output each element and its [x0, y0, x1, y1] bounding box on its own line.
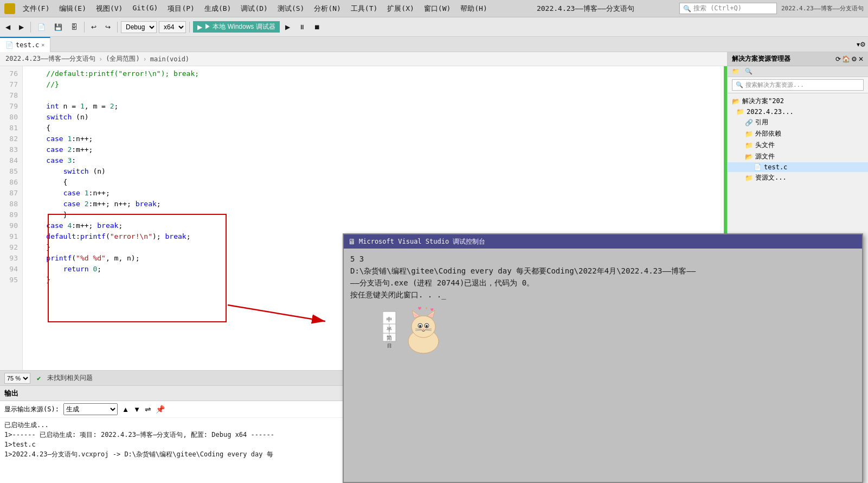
svg-point-13	[412, 316, 435, 338]
tree-resources[interactable]: 📁 资源文...	[728, 172, 868, 183]
console-window: 🖥 Microsoft Visual Studio 调试控制台 5 3 D:\杂…	[343, 233, 863, 483]
tab-test-c[interactable]: 📄 test.c ✕	[0, 37, 50, 52]
output-down-btn[interactable]: ▼	[133, 405, 140, 414]
code-line-83: case 2:m++;	[29, 144, 724, 155]
solution-toolbar-btn2[interactable]: 🔍	[743, 67, 755, 75]
output-pin-btn[interactable]: 📌	[156, 405, 165, 414]
tree-project[interactable]: 📁 2022.4.23...	[728, 107, 868, 117]
menu-tools[interactable]: 工具(T)	[346, 3, 382, 15]
run-btn[interactable]: ▶ ▶ 本地 Windows 调试器	[193, 21, 280, 33]
sources-icon: 📂	[745, 153, 753, 161]
resources-icon: 📁	[745, 174, 753, 182]
code-line-80: switch (n)	[29, 112, 724, 123]
redo-btn[interactable]: ↪	[102, 22, 114, 32]
back-btn[interactable]: ◀	[2, 22, 14, 32]
svg-marker-0	[6, 5, 11, 12]
panel-close-btn[interactable]: ✕	[858, 55, 864, 63]
debug-run-btn[interactable]: ▶	[282, 22, 293, 32]
tree-sources[interactable]: 📂 源文件	[728, 151, 868, 162]
output-title: 输出	[4, 389, 18, 398]
datetime: 2022.4.23——博客——分支语句	[781, 4, 864, 12]
code-line-76: //default:printf("error!\n"); break;	[29, 68, 724, 79]
console-output-line4: 按任意键关闭此窗口. . ._	[350, 289, 856, 301]
zoom-select[interactable]: 75 %	[4, 373, 30, 384]
menu-edit[interactable]: 编辑(E)	[55, 3, 90, 15]
menu-window[interactable]: 窗口(W)	[420, 3, 455, 15]
save-btn[interactable]: 💾	[51, 22, 66, 32]
solution-explorer-header: 解决方案资源管理器 ⟳ 🏠 ⚙ ✕	[728, 52, 868, 66]
console-icon: 🖥	[348, 237, 356, 246]
svg-text:♥: ♥	[430, 307, 434, 313]
search-icon: 🔍	[683, 5, 691, 12]
output-up-btn[interactable]: ▲	[122, 405, 129, 414]
code-line-88: case 2:m++; n++; break;	[29, 199, 724, 209]
search-bar[interactable]: 🔍 搜索 (Ctrl+Q)	[679, 3, 777, 14]
menu-project[interactable]: 项目(P)	[163, 3, 198, 15]
svg-rect-1	[11, 5, 14, 12]
headers-icon: 📁	[745, 142, 753, 149]
code-line-90: case 4:m++; break;	[29, 220, 724, 231]
tab-settings-btn[interactable]: ⚙	[860, 41, 866, 48]
menu-extensions[interactable]: 扩展(X)	[383, 3, 418, 15]
tree-external-deps[interactable]: 📁 外部依赖	[728, 128, 868, 139]
tab-close-btn[interactable]: ✕	[41, 42, 44, 48]
menu-file[interactable]: 文件(F)	[18, 3, 54, 15]
svg-text:✦: ✦	[425, 306, 428, 310]
svg-text:中: 中	[387, 316, 392, 322]
vs-logo	[4, 3, 15, 14]
tree-references[interactable]: 🔗 引用	[728, 117, 868, 128]
code-line-84: case 3:	[29, 155, 724, 166]
tree-solution[interactable]: 📂 解决方案"202	[728, 96, 868, 107]
panel-home-btn[interactable]: 🏠	[842, 55, 850, 63]
code-line-77: //}	[29, 79, 724, 90]
tree-testc[interactable]: 📄 test.c	[728, 162, 868, 172]
forward-btn[interactable]: ▶	[16, 22, 27, 32]
menu-analyze[interactable]: 分析(N)	[310, 3, 345, 15]
debug-config-select[interactable]: Debug	[121, 21, 157, 33]
stop-btn[interactable]: ⏹	[311, 22, 324, 32]
breadcrumb-item-1[interactable]: 2022.4.23——博客——分支语句	[2, 54, 99, 63]
console-body: 5 3 D:\杂货铺\编程\gitee\Coding every day 每天都…	[344, 249, 862, 482]
code-line-87: case 1:n++;	[29, 188, 724, 199]
svg-point-22	[422, 329, 425, 331]
menu-debug[interactable]: 调试(D)	[236, 3, 272, 15]
tab-bar: 📄 test.c ✕ ▾ ⚙	[0, 37, 868, 52]
solution-search-placeholder[interactable]: 搜索解决方案资源...	[745, 81, 804, 89]
panel-sync-btn[interactable]: ⟳	[835, 55, 841, 63]
solution-search-icon: 🔍	[736, 81, 743, 88]
sep1	[30, 22, 31, 33]
panel-settings-btn[interactable]: ⚙	[851, 55, 857, 63]
pause-btn[interactable]: ⏸	[295, 22, 308, 32]
menu-help[interactable]: 帮助(H)	[456, 3, 491, 15]
menu-git[interactable]: Git(G)	[128, 3, 162, 15]
breadcrumb: 2022.4.23——博客——分支语句 › (全局范围) › main(void…	[0, 52, 727, 66]
file-icon: 📄	[5, 41, 14, 49]
code-line-79: int n = 1, m = 2;	[29, 101, 724, 112]
menu-build[interactable]: 生成(B)	[200, 3, 235, 15]
undo-btn[interactable]: ↩	[88, 22, 100, 32]
project-icon: 📁	[736, 108, 744, 116]
console-output-line3: ——分支语句.exe (进程 20744)已退出，代码为 0。	[350, 277, 856, 289]
console-output-line2: D:\杂货铺\编程\gitee\Coding every day 每天都要Cod…	[350, 265, 856, 277]
breadcrumb-item-2[interactable]: (全局范围)	[102, 54, 143, 63]
run-icon: ▶	[197, 23, 202, 31]
cat-art: 中 半 简 目	[383, 306, 856, 366]
cat-svg: 中 半 简 目	[383, 306, 448, 366]
toolbar: ◀ ▶ 📄 💾 🗄 ↩ ↪ Debug x64 ▶ ▶ 本地 Windows 调…	[0, 17, 868, 37]
code-line-85: switch (n)	[29, 166, 724, 177]
platform-select[interactable]: x64	[159, 21, 186, 33]
new-file-btn[interactable]: 📄	[34, 22, 49, 32]
right-panel-toolbar: 📁 🔍	[728, 66, 868, 77]
save-all-btn[interactable]: 🗄	[68, 22, 81, 32]
svg-text:♥: ♥	[418, 306, 421, 312]
output-wrap-btn[interactable]: ⇌	[145, 405, 151, 414]
solution-toolbar-btn1[interactable]: 📁	[730, 67, 742, 75]
sep4	[189, 22, 190, 33]
menu-view[interactable]: 视图(V)	[92, 3, 127, 15]
window-title: 2022.4.23——博客——分支语句	[537, 4, 634, 14]
breadcrumb-item-3[interactable]: main(void)	[147, 55, 192, 63]
output-source-select[interactable]: 生成	[63, 403, 118, 415]
menu-test[interactable]: 测试(S)	[273, 3, 308, 15]
line-numbers: 7677787980818283848586878889909192939495	[0, 66, 23, 370]
tree-headers[interactable]: 📁 头文件	[728, 139, 868, 151]
